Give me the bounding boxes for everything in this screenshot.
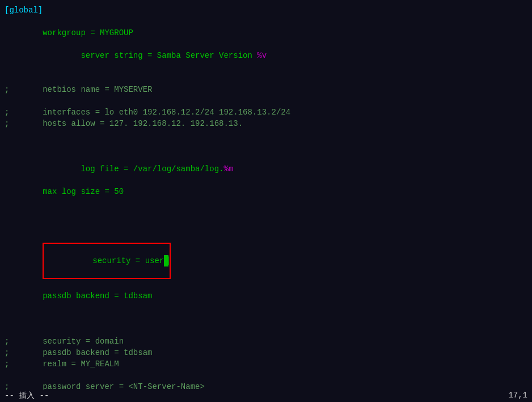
status-position: 17,1: [508, 391, 527, 401]
line-log-file: log file = /var/log/samba/log.%m: [0, 152, 532, 186]
line-global: [global]: [0, 5, 532, 16]
section-global: [global]: [0, 5, 43, 16]
security-highlighted: security = user█: [0, 220, 171, 290]
passdb-comment: ; passdb backend = tdbsam: [0, 347, 152, 358]
line-workgroup: workgroup = MYGROUP: [0, 27, 532, 39]
server-string-var: %v: [257, 51, 267, 60]
line-server-string: server string = Samba Server Version %v: [0, 39, 532, 73]
code-area: [global] workgroup = MYGROUP server stri…: [0, 0, 532, 390]
passdb-line: passdb backend = tdbsam: [0, 290, 152, 302]
interfaces-comment: ; interfaces = lo eth0 192.168.12.2/24 1…: [0, 107, 290, 118]
line-password-server: ; password server = <NT-Server-Name>: [0, 381, 532, 390]
line-empty-3: [0, 95, 532, 107]
line-netbios: ; netbios name = MYSERVER: [0, 84, 532, 95]
line-empty-6: [0, 197, 532, 209]
line-empty-10: [0, 370, 532, 381]
line-empty-1: [0, 16, 532, 27]
line-annotation: [0, 313, 532, 324]
password-server-comment: ; password server = <NT-Server-Name>: [0, 381, 205, 390]
cursor: █: [164, 255, 168, 266]
server-string-text: server string = Samba Server Version: [43, 51, 257, 60]
line-realm: ; realm = MY_REALM: [0, 358, 532, 370]
netbios-comment: ; netbios name = MYSERVER: [0, 84, 152, 95]
workgroup-line: workgroup = MYGROUP: [0, 27, 133, 39]
line-empty-2: [0, 73, 532, 84]
line-empty-5: [0, 141, 532, 152]
security-box: security = user█: [43, 243, 171, 279]
line-passdb: passdb backend = tdbsam: [0, 290, 532, 302]
log-file-text: log file = /var/log/samba/log.: [43, 164, 223, 174]
line-empty-9: [0, 324, 532, 336]
log-file-var: %m: [223, 164, 233, 174]
server-string-line: server string = Samba Server Version %v: [0, 39, 267, 73]
sec-domain-comment: ; security = domain: [0, 336, 124, 347]
line-sec-domain: ; security = domain: [0, 336, 532, 347]
line-hosts-allow: ; hosts allow = 127. 192.168.12. 192.168…: [0, 118, 532, 129]
line-max-log: max log size = 50: [0, 186, 532, 197]
line-empty-7: [0, 209, 532, 220]
line-empty-8: [0, 302, 532, 313]
hosts-allow-comment: ; hosts allow = 127. 192.168.12. 192.168…: [0, 118, 243, 129]
line-empty-4: [0, 129, 532, 141]
max-log-size: max log size = 50: [0, 186, 124, 197]
editor: [global] workgroup = MYGROUP server stri…: [0, 0, 532, 402]
status-bar: -- 插入 -- 17,1: [0, 390, 532, 402]
line-passdb-comment: ; passdb backend = tdbsam: [0, 347, 532, 358]
realm-comment: ; realm = MY_REALM: [0, 358, 119, 370]
log-file-line: log file = /var/log/samba/log.%m: [0, 152, 233, 186]
line-security-active: security = user█: [0, 220, 532, 290]
status-mode: -- 插入 --: [5, 391, 49, 401]
line-interfaces: ; interfaces = lo eth0 192.168.12.2/24 1…: [0, 107, 532, 118]
security-text: security = user: [92, 256, 164, 265]
